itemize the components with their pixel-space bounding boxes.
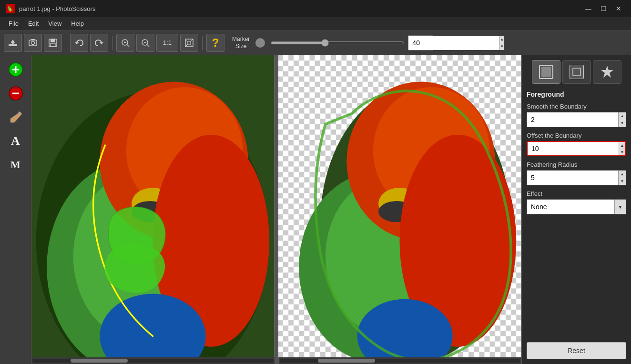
eraser-button[interactable] xyxy=(5,107,26,128)
right-panel: Foreground Smooth the Boundary ▲ ▼ Offse… xyxy=(521,55,631,364)
left-scroll-thumb[interactable] xyxy=(71,359,128,363)
menu-bar: File Edit View Help xyxy=(0,17,631,30)
undo-button[interactable] xyxy=(70,34,88,52)
redo-button[interactable] xyxy=(90,34,108,52)
right-scrollbar xyxy=(279,357,522,364)
svg-rect-0 xyxy=(9,44,17,46)
effect-select-row: None Blur Sharpen ▼ xyxy=(527,199,626,214)
offset-spin-down[interactable]: ▼ xyxy=(619,149,625,155)
add-foreground-button[interactable] xyxy=(5,59,26,80)
smooth-field: Smooth the Boundary ▲ ▼ xyxy=(527,103,626,127)
reset-button[interactable]: Reset xyxy=(527,342,626,359)
scrollbar-row xyxy=(31,357,521,364)
offset-spinners: ▲ ▼ xyxy=(619,142,625,155)
feather-spin-up[interactable]: ▲ xyxy=(619,171,626,178)
left-scrollbar xyxy=(31,357,275,364)
menu-help[interactable]: Help xyxy=(66,18,89,29)
offset-label: Offset the Boundary xyxy=(527,132,626,139)
svg-point-3 xyxy=(31,41,35,44)
effect-label: Effect xyxy=(527,190,626,197)
help-button[interactable]: ? xyxy=(206,34,224,52)
section-title: Foreground xyxy=(527,91,626,98)
left-panel-svg xyxy=(31,55,274,357)
minimize-button[interactable]: — xyxy=(581,4,595,13)
remove-foreground-button[interactable] xyxy=(5,83,26,104)
menu-file[interactable]: File xyxy=(4,18,23,29)
text-tool-a-button[interactable]: A xyxy=(5,131,26,152)
offset-input-row: ▲ ▼ xyxy=(527,141,626,156)
marker-spin-down[interactable]: ▼ xyxy=(500,43,504,50)
screenshot-button[interactable] xyxy=(24,34,42,52)
toolbar-separator-1 xyxy=(66,36,66,50)
feather-field: Feathering Radius ▲ ▼ xyxy=(527,161,626,185)
save-button[interactable] xyxy=(44,34,62,52)
svg-rect-58 xyxy=(541,67,551,77)
canvas-area xyxy=(31,55,521,364)
panel-divider[interactable] xyxy=(275,55,278,357)
tab-star[interactable] xyxy=(593,60,621,84)
feather-spinners: ▲ ▼ xyxy=(618,171,626,185)
title-bar-controls: — ☐ ✕ xyxy=(581,4,625,13)
open-button[interactable] xyxy=(4,34,22,52)
toolbar: 1:1 ? Marker Size ▲ ▼ xyxy=(0,30,631,55)
menu-edit[interactable]: Edit xyxy=(23,18,43,29)
maximize-button[interactable]: ☐ xyxy=(597,4,610,13)
svg-rect-60 xyxy=(570,65,583,79)
marker-icon xyxy=(254,36,267,50)
svg-rect-6 xyxy=(51,39,55,42)
feather-spin-down[interactable]: ▼ xyxy=(619,178,626,185)
text-tool-m-button[interactable]: M xyxy=(5,154,26,175)
marker-size-label: Marker Size xyxy=(232,36,250,50)
feather-label: Feathering Radius xyxy=(527,161,626,168)
svg-marker-1 xyxy=(11,40,15,44)
smooth-label: Smooth the Boundary xyxy=(527,103,626,110)
zoom-in-button[interactable] xyxy=(116,34,134,52)
toolbar-separator-2 xyxy=(112,36,112,50)
offset-spin-up[interactable]: ▲ xyxy=(619,142,625,149)
svg-marker-62 xyxy=(601,66,613,78)
right-scroll-thumb[interactable] xyxy=(318,359,375,363)
svg-line-14 xyxy=(147,44,150,47)
app-title: parrot 1.jpg - PhotoScissors xyxy=(19,5,95,12)
zoom-100-button[interactable]: 1:1 xyxy=(156,34,178,52)
marker-spin-up[interactable]: ▲ xyxy=(500,36,504,43)
app-icon: 🦜 xyxy=(6,4,15,13)
smooth-spin-down[interactable]: ▼ xyxy=(619,120,626,127)
offset-input[interactable] xyxy=(528,142,619,155)
effect-select-arrow: ▼ xyxy=(614,200,626,214)
effect-field: Effect None Blur Sharpen ▼ xyxy=(527,190,626,214)
title-bar-left: 🦜 parrot 1.jpg - PhotoScissors xyxy=(6,4,95,13)
fit-button[interactable] xyxy=(180,34,198,52)
tab-background[interactable] xyxy=(562,60,591,84)
tab-foreground[interactable] xyxy=(532,60,560,84)
menu-view[interactable]: View xyxy=(43,18,66,29)
smooth-input[interactable] xyxy=(527,112,618,127)
right-panel-svg xyxy=(278,55,521,357)
left-panel: A M xyxy=(0,55,31,364)
marker-size-input[interactable] xyxy=(408,36,499,50)
right-canvas-panel[interactable] xyxy=(278,55,521,357)
marker-size-slider[interactable] xyxy=(271,41,404,44)
title-bar: 🦜 parrot 1.jpg - PhotoScissors — ☐ ✕ xyxy=(0,0,631,17)
tab-row xyxy=(527,60,626,84)
marker-size-section: Marker Size ▲ ▼ xyxy=(232,35,433,51)
smooth-spin-up[interactable]: ▲ xyxy=(619,112,626,120)
svg-rect-7 xyxy=(51,43,55,47)
svg-point-20 xyxy=(255,38,265,48)
feather-input-row: ▲ ▼ xyxy=(527,170,626,185)
smooth-select-row: ▲ ▼ xyxy=(527,112,626,127)
offset-field: Offset the Boundary ▲ ▼ xyxy=(527,132,626,156)
main-area: A M xyxy=(0,55,631,364)
smooth-spinners: ▲ ▼ xyxy=(618,112,626,127)
close-button[interactable]: ✕ xyxy=(612,4,625,13)
canvas-panels xyxy=(31,55,521,357)
effect-select[interactable]: None Blur Sharpen xyxy=(527,200,614,214)
left-canvas-panel[interactable] xyxy=(31,55,275,357)
svg-rect-4 xyxy=(31,39,35,40)
toolbar-separator-3 xyxy=(202,36,203,50)
svg-line-11 xyxy=(127,44,130,47)
zoom-out-button[interactable] xyxy=(136,34,154,52)
feather-input[interactable] xyxy=(527,171,618,185)
marker-spinners: ▲ ▼ xyxy=(499,36,504,50)
